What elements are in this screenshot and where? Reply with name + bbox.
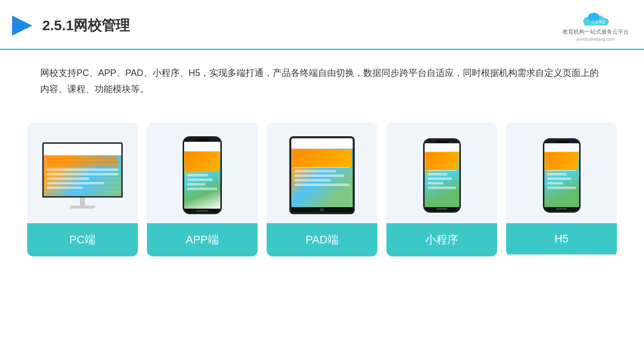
description: 网校支持PC、APP、PAD、小程序、H5，实现多端打通，产品各终端自由切换，数…: [0, 50, 644, 98]
play-icon: [10, 14, 34, 38]
card-image-app: [147, 123, 258, 223]
cards-container: PC端 APP端: [0, 103, 644, 272]
card-label-pc: PC端: [27, 223, 138, 256]
card-pad: PAD端: [267, 123, 377, 256]
card-image-pc: [27, 123, 138, 223]
logo-tagline: 教育机构一站式服务云平台yunduoketang.com: [562, 28, 629, 43]
logo-cloud-icon: 云朵课堂: [581, 9, 611, 27]
card-label-h5: H5: [506, 223, 617, 254]
svg-text:云朵课堂: 云朵课堂: [591, 20, 605, 24]
logo-area: 云朵课堂 教育机构一站式服务云平台yunduoketang.com: [562, 9, 629, 43]
phone-icon: [183, 136, 222, 214]
card-miniapp: 小程序: [386, 123, 497, 256]
tablet-icon: [289, 136, 355, 214]
monitor-icon: [42, 142, 123, 209]
card-pc: PC端: [27, 123, 138, 256]
page-title: 2.5.1网校管理: [42, 16, 130, 35]
card-label-app: APP端: [147, 223, 258, 256]
card-image-h5: [506, 123, 617, 223]
card-image-miniapp: [386, 123, 497, 223]
header: 2.5.1网校管理 云朵课堂 教育机构一站式服务云平台yunduoketang.…: [0, 0, 644, 50]
description-text: 网校支持PC、APP、PAD、小程序、H5，实现多端打通，产品各终端自由切换，数…: [40, 65, 604, 98]
mini-phone-icon-2: [543, 138, 581, 213]
card-label-miniapp: 小程序: [386, 223, 497, 256]
card-label-pad: PAD端: [267, 223, 377, 256]
svg-marker-0: [12, 16, 32, 36]
mini-phone-icon-1: [423, 138, 461, 213]
card-app: APP端: [147, 123, 258, 256]
header-left: 2.5.1网校管理: [10, 14, 130, 38]
card-image-pad: [267, 123, 377, 223]
card-h5: H5: [506, 123, 617, 256]
